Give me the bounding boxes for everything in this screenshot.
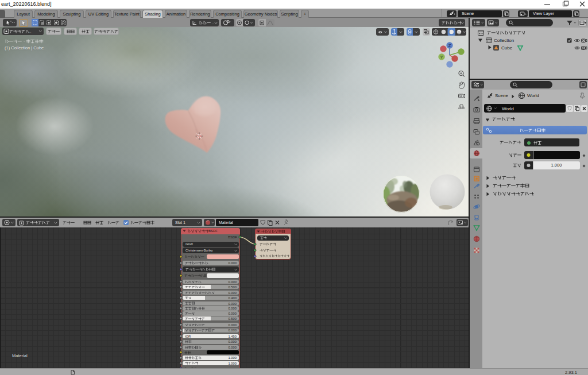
- svg-text:Z: Z: [448, 43, 451, 48]
- svg-text:Y: Y: [440, 55, 443, 60]
